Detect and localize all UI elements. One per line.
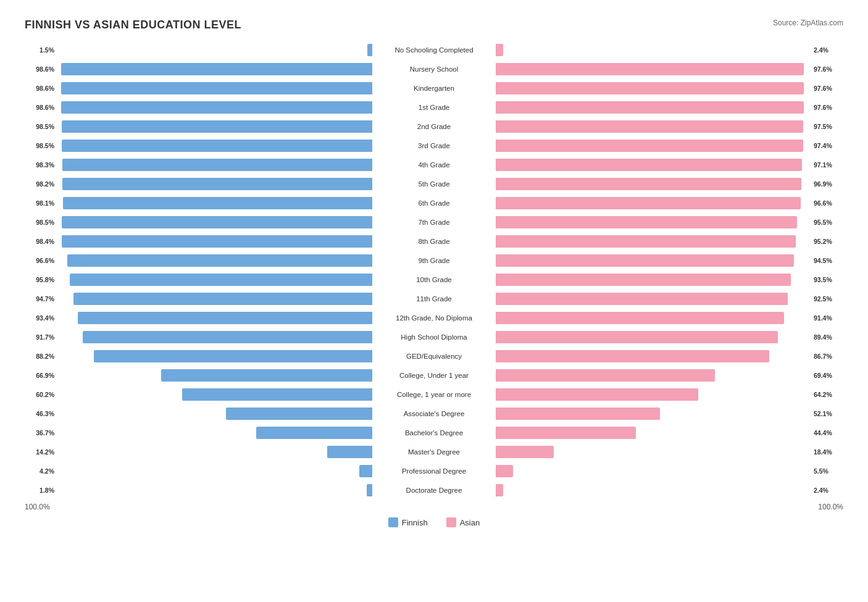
value-right: 91.4% (811, 314, 843, 322)
right-bar-area (496, 290, 811, 307)
bar-asian (496, 312, 784, 324)
bar-asian (496, 484, 503, 496)
right-bar-area (496, 175, 811, 193)
bars-center: 4th Grade (57, 156, 811, 173)
bar-row: 98.5%2nd Grade97.5% (25, 118, 843, 135)
right-bar-area (496, 99, 811, 116)
left-bar-area (57, 80, 372, 97)
bar-row: 98.1%6th Grade96.6% (25, 194, 843, 212)
bar-label: 12th Grade, No Diploma (372, 313, 496, 323)
value-left: 98.2% (25, 180, 57, 188)
bars-center: College, 1 year or more (57, 386, 811, 403)
bar-label: Kindergarten (372, 83, 496, 93)
bar-asian (496, 82, 804, 94)
value-right: 64.2% (811, 391, 843, 398)
bar-row: 4.2%Professional Degree5.5% (25, 462, 843, 480)
left-bar-area (57, 233, 372, 250)
bar-label: College, 1 year or more (372, 390, 496, 399)
bar-row: 66.9%College, Under 1 year69.4% (25, 367, 843, 384)
bar-asian (496, 120, 803, 133)
bar-asian (496, 293, 788, 305)
value-right: 5.5% (811, 467, 843, 475)
bar-label: High School Diploma (372, 332, 496, 342)
right-bar-area (496, 194, 811, 212)
right-bar-area (496, 118, 811, 135)
bar-label: 4th Grade (372, 160, 496, 170)
bar-asian (496, 369, 715, 382)
bars-center: Associate's Degree (57, 405, 811, 422)
bars-center: College, Under 1 year (57, 367, 811, 384)
bar-label: 3rd Grade (372, 141, 496, 151)
bars-center: 7th Grade (57, 214, 811, 231)
bar-finnish (161, 369, 372, 382)
bar-label: Doctorate Degree (372, 485, 496, 495)
bar-label: 9th Grade (372, 256, 496, 265)
value-right: 89.4% (811, 333, 843, 341)
bars-center: 5th Grade (57, 175, 811, 193)
value-left: 36.7% (25, 429, 57, 437)
bar-label: 11th Grade (372, 294, 496, 304)
bar-finnish (83, 331, 372, 343)
value-left: 93.4% (25, 314, 57, 322)
value-left: 98.5% (25, 219, 57, 226)
legend-item-finnish: Finnish (388, 517, 428, 527)
bars-center: 1st Grade (57, 99, 811, 116)
bar-finnish (62, 235, 372, 248)
bar-label: Associate's Degree (372, 409, 496, 419)
chart-title: FINNISH VS ASIAN EDUCATION LEVEL (25, 19, 241, 31)
value-left: 95.8% (25, 276, 57, 283)
value-left: 98.5% (25, 123, 57, 130)
bar-finnish (256, 427, 372, 439)
bar-finnish (67, 254, 372, 267)
bar-asian (496, 465, 513, 477)
value-left: 1.5% (25, 46, 57, 54)
bar-asian (496, 331, 778, 343)
bar-row: 98.5%3rd Grade97.4% (25, 137, 843, 154)
right-bar-area (496, 367, 811, 384)
left-bar-area (57, 137, 372, 154)
bar-row: 94.7%11th Grade92.5% (25, 290, 843, 307)
bar-row: 98.6%Nursery School97.6% (25, 61, 843, 78)
left-bar-area (57, 386, 372, 403)
bar-asian (496, 140, 803, 152)
value-right: 69.4% (811, 372, 843, 379)
value-right: 94.5% (811, 257, 843, 264)
bar-label: Nursery School (372, 64, 496, 74)
left-bar-area (57, 348, 372, 365)
bar-row: 1.8%Doctorate Degree2.4% (25, 482, 843, 499)
bar-asian (496, 274, 791, 286)
bar-asian (496, 388, 698, 401)
value-left: 60.2% (25, 391, 57, 398)
value-left: 98.1% (25, 199, 57, 207)
bar-asian (496, 350, 769, 362)
right-bar-area (496, 328, 811, 346)
value-left: 46.3% (25, 410, 57, 417)
bar-finnish (226, 408, 372, 420)
bar-row: 98.6%Kindergarten97.6% (25, 80, 843, 97)
legend: Finnish Asian (25, 517, 843, 527)
bars-center: Master's Degree (57, 443, 811, 461)
value-left: 98.6% (25, 85, 57, 92)
bar-finnish (367, 484, 372, 496)
footer-labels: 100.0% 100.0% (25, 503, 843, 511)
bar-finnish (61, 63, 372, 75)
bar-label: 8th Grade (372, 236, 496, 246)
value-left: 91.7% (25, 333, 57, 341)
right-bar-area (496, 424, 811, 441)
bar-label: Professional Degree (372, 466, 496, 476)
bar-row: 98.4%8th Grade95.2% (25, 233, 843, 250)
value-right: 93.5% (811, 276, 843, 283)
bar-asian (496, 235, 796, 248)
bar-finnish (367, 44, 372, 56)
left-bar-area (57, 156, 372, 173)
value-left: 98.6% (25, 104, 57, 111)
value-left: 94.7% (25, 295, 57, 303)
value-left: 1.8% (25, 487, 57, 494)
bars-center: No Schooling Completed (57, 41, 811, 59)
left-bar-area (57, 405, 372, 422)
bar-asian (496, 427, 636, 439)
right-bar-area (496, 482, 811, 499)
left-bar-area (57, 118, 372, 135)
right-bar-area (496, 252, 811, 269)
bar-row: 98.3%4th Grade97.1% (25, 156, 843, 173)
